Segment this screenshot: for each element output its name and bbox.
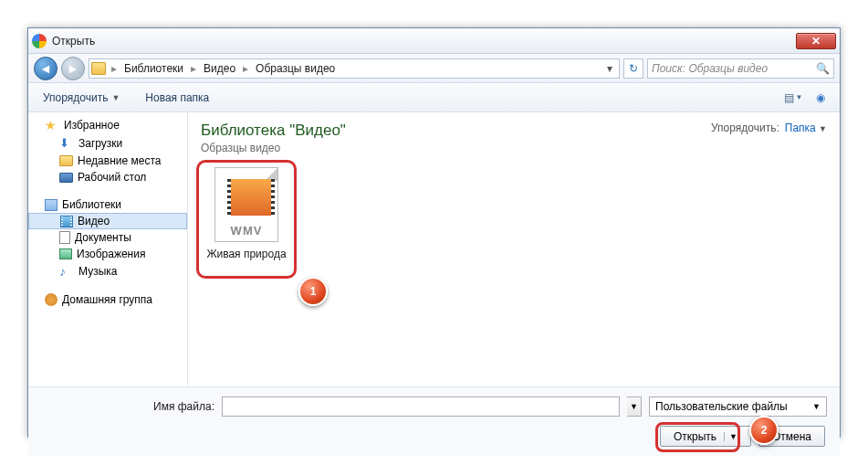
back-button[interactable]: ◄: [34, 57, 58, 80]
sidebar-item-music[interactable]: ♪Музыка: [28, 262, 187, 280]
breadcrumb-dropdown[interactable]: ▾: [602, 62, 617, 75]
folder-icon: [91, 62, 106, 75]
breadcrumb-item[interactable]: Библиотеки: [120, 60, 187, 77]
sidebar-item-pictures[interactable]: Изображения: [28, 246, 187, 262]
chevron-down-icon: ▼: [812, 402, 821, 411]
libraries-icon: [45, 199, 58, 211]
arrange-value[interactable]: Папка ▼: [785, 122, 827, 134]
chevron-down-icon: ▼: [111, 93, 120, 102]
open-dialog: Открыть ✕ ◄ ► ▸ Библиотеки ▸ Видео ▸ Обр…: [27, 27, 841, 438]
star-icon: ★: [45, 118, 59, 132]
open-button[interactable]: Открыть ▼: [660, 426, 751, 447]
search-icon: 🔍: [816, 62, 830, 75]
sidebar-item-recent[interactable]: Недавние места: [28, 153, 187, 169]
folder-icon: [59, 155, 73, 166]
music-icon: ♪: [59, 264, 74, 279]
filename-dropdown[interactable]: ▼: [627, 396, 642, 417]
sidebar-favorites[interactable]: ★Избранное: [28, 116, 187, 134]
window-title: Открыть: [52, 35, 796, 48]
filename-input[interactable]: [222, 396, 620, 417]
homegroup-icon: [45, 293, 58, 306]
close-button[interactable]: ✕: [796, 33, 836, 49]
organize-button[interactable]: Упорядочить ▼: [36, 88, 127, 108]
new-folder-button[interactable]: Новая папка: [138, 88, 216, 108]
file-thumbnail: WMV: [214, 167, 278, 242]
breadcrumb-item[interactable]: Образцы видео: [252, 60, 339, 77]
forward-button[interactable]: ►: [61, 57, 85, 80]
search-input[interactable]: Поиск: Образцы видео 🔍: [647, 58, 834, 79]
library-title: Библиотека "Видео": [201, 122, 346, 140]
pictures-icon: [59, 248, 72, 259]
chevron-right-icon: ▸: [187, 62, 200, 75]
toolbar: Упорядочить ▼ Новая папка ▤ ▼ ◉: [28, 83, 840, 112]
breadcrumb[interactable]: ▸ Библиотеки ▸ Видео ▸ Образцы видео ▾: [89, 58, 620, 79]
sidebar-homegroup[interactable]: Домашняя группа: [28, 291, 187, 308]
chevron-right-icon: ▸: [108, 62, 120, 75]
dialog-footer: Имя файла: ▼ Пользовательские файлы ▼ От…: [28, 386, 840, 456]
video-thumbnail-icon: [227, 179, 275, 216]
file-name: Живая природа: [201, 248, 292, 260]
arrange-by: Упорядочить: Папка ▼: [711, 122, 827, 134]
annotation-badge-1: 1: [298, 277, 328, 306]
document-icon: [59, 231, 70, 244]
download-icon: ⬇: [59, 136, 74, 151]
file-item[interactable]: WMV Живая природа: [201, 167, 292, 260]
chevron-down-icon: ▼: [819, 124, 827, 133]
file-type-filter[interactable]: Пользовательские файлы ▼: [649, 396, 827, 417]
library-subtitle: Образцы видео: [201, 142, 346, 154]
titlebar: Открыть ✕: [28, 28, 840, 54]
filename-label: Имя файла:: [41, 400, 214, 413]
sidebar-item-desktop[interactable]: Рабочий стол: [28, 169, 187, 185]
desktop-icon: [59, 173, 73, 183]
search-placeholder: Поиск: Образцы видео: [652, 62, 768, 75]
chrome-icon: [32, 34, 47, 48]
sidebar: ★Избранное ⬇Загрузки Недавние места Рабо…: [28, 112, 188, 386]
content-pane: Библиотека "Видео" Образцы видео Упорядо…: [188, 112, 840, 386]
sidebar-item-documents[interactable]: Документы: [28, 229, 187, 246]
sidebar-item-downloads[interactable]: ⬇Загрузки: [28, 134, 187, 153]
breadcrumb-item[interactable]: Видео: [200, 60, 239, 77]
sidebar-libraries[interactable]: Библиотеки: [28, 196, 187, 213]
annotation-badge-2: 2: [749, 416, 779, 445]
view-options-button[interactable]: ▤ ▼: [781, 88, 805, 108]
file-extension: WMV: [231, 224, 263, 238]
chevron-right-icon: ▸: [239, 62, 252, 75]
help-button[interactable]: ◉: [809, 88, 832, 108]
video-icon: [60, 216, 73, 227]
refresh-button[interactable]: ↻: [623, 58, 643, 79]
sidebar-item-video[interactable]: Видео: [28, 213, 187, 229]
navbar: ◄ ► ▸ Библиотеки ▸ Видео ▸ Образцы видео…: [28, 54, 840, 83]
open-split-dropdown[interactable]: ▼: [724, 432, 737, 441]
